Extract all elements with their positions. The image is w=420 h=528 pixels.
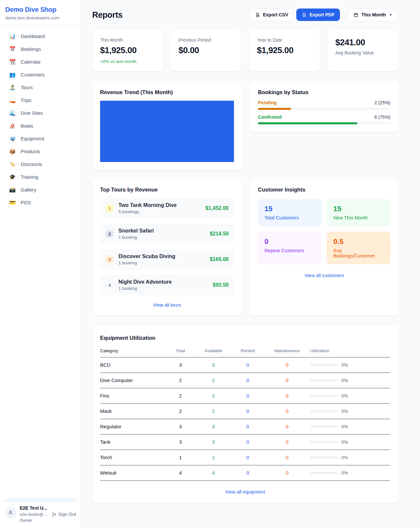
status-bar-fill-pending [258,108,291,110]
sidebar-item-equipment[interactable]: 🤿Equipment [4,132,77,145]
status-label: Confirmed [258,114,282,120]
mid-row: Top Tours by Revenue 1 Two Tank Morning … [92,179,398,315]
export-csv-button[interactable]: Export CSV [250,9,294,21]
tour-revenue: $1,452.00 [205,205,229,211]
sidebar-item-bookings[interactable]: 📅Bookings [4,43,77,55]
sidebar-item-dashboard[interactable]: 📊Dashboard [4,30,77,43]
period-select[interactable]: This Month ▼ [348,9,398,21]
equipment-rented: 0 [231,455,264,460]
sidebar-item-label: Discounts [21,161,42,167]
sidebar-item-calendar[interactable]: 📆Calendar [4,55,77,68]
credit-card-icon: 💳 [9,199,16,206]
view-all-tours-link[interactable]: View all tours [100,302,234,308]
tile-total-customers: 15 Total Customers [258,199,322,226]
document-export-icon [302,12,307,17]
document-export-icon [255,12,260,17]
bookings-by-status-title: Bookings by Status [258,89,390,95]
tile-label: Avg Bookings/Customer [333,248,384,258]
rank-badge: 2 [105,230,114,238]
utilization-bar [310,364,338,366]
tour-revenue: $93.50 [213,282,229,288]
status-bar-track [258,122,390,124]
table-row: Fins 2 2 0 0 0% [100,388,390,404]
view-all-equipment-link[interactable]: View all equipment [100,489,390,495]
tour-bookings: 1 booking [118,235,154,240]
table-row: Tank 3 3 0 0 0% [100,435,390,450]
equipment-rented: 0 [231,470,264,476]
equipment-category: Fins [100,393,166,398]
export-pdf-button[interactable]: Export PDF [296,9,340,21]
revenue-trend-chart [100,101,234,162]
sidebar-item-label: Boats [21,123,33,129]
equipment-utilization: 0% [310,362,390,368]
sidebar-item-training[interactable]: 🎓Training [4,171,77,183]
tile-label: New This Month [333,215,384,220]
sidebar-item-discounts[interactable]: 🏷️Discounts [4,158,77,171]
equipment-utilization-title: Equipment Utilization [100,335,390,341]
user-panel: E2E Test U... e2e-tester@... Sign Out Ow… [0,501,81,528]
sidebar-item-label: Dashboard [21,33,45,39]
equipment-available: 2 [195,393,231,398]
people-icon: 👥 [9,71,16,78]
column-header: Category [100,348,166,353]
status-label: Pending [258,100,277,105]
sidebar-item-dive-sites[interactable]: 🌊Dive Sites [4,107,77,119]
stat-card-previous-period: Previous Period $0.00 [171,30,241,71]
equipment-utilization: 0% [310,409,390,414]
utilization-bar [310,441,338,443]
customer-insights-card: Customer Insights 15 Total Customers 15 … [250,179,398,315]
sidebar-item-label: Equipment [21,136,44,141]
stat-label: Year to Date [257,37,312,43]
tile-value: 0.5 [333,237,384,246]
equipment-available: 3 [195,424,231,429]
tour-name: Snorkel Safari [118,228,154,234]
sidebar-item-label: Tours [21,85,33,90]
stat-label: This Month [100,37,155,43]
equipment-category: Mask [100,408,166,414]
sidebar-nav: 📊Dashboard 📅Bookings 📆Calendar 👥Customer… [0,25,81,501]
sidebar-item-label: Bookings [21,46,41,52]
sidebar-item-customers[interactable]: 👥Customers [4,68,77,81]
equipment-category: Dive Computer [100,377,166,383]
sidebar-item-pos[interactable]: 💳POS [4,196,77,209]
utilization-pct: 0% [341,378,348,383]
tile-label: Repeat Customers [264,248,315,253]
tile-value: 0 [264,237,315,246]
sidebar-item-boats[interactable]: ⛵Boats [4,119,77,132]
equipment-rented: 0 [231,362,264,368]
equipment-available: 2 [195,408,231,414]
tour-row: 1 Two Tank Morning Dive5 bookings $1,452… [100,198,234,218]
sidebar-item-trips[interactable]: 🚤Trips [4,94,77,107]
utilization-pct: 0% [341,424,348,429]
view-all-customers-link[interactable]: View all customers [258,273,390,278]
equipment-category: Wetsuit [100,470,166,476]
sidebar-item-tours[interactable]: 🏝️Tours [4,81,77,94]
revenue-trend-title: Revenue Trend (This Month) [100,89,234,95]
sign-out-button[interactable]: Sign Out [52,512,76,517]
equipment-maintenance: 0 [264,424,310,429]
tile-value: 15 [264,205,315,213]
sidebar-item-products[interactable]: 📦Products [4,145,77,158]
sidebar-item-reports-active-partial[interactable] [5,498,76,501]
equipment-category: Tank [100,439,166,445]
equipment-rented: 0 [231,439,264,445]
equipment-table: Category Total Available Rented Maintena… [100,348,390,481]
sidebar-item-label: Calendar [21,59,41,65]
bookings-by-status-card: Bookings by Status Pending 2 (25%) Confi… [250,81,398,132]
sidebar-item-label: Trips [21,97,32,103]
sidebar-item-gallery[interactable]: 📸Gallery [4,183,77,196]
utilization-bar [310,472,338,474]
top-tours-title: Top Tours by Revenue [100,187,234,193]
equipment-utilization: 0% [310,424,390,429]
utilization-bar [310,410,338,413]
equipment-maintenance: 0 [264,455,310,460]
utilization-bar [310,395,338,397]
equipment-utilization-card: Equipment Utilization Category Total Ava… [92,326,398,503]
tile-new-this-month: 15 New This Month [327,199,390,226]
rank-badge: 1 [105,204,114,213]
utilization-pct: 0% [341,439,348,445]
tour-revenue: $165.00 [210,256,229,262]
sidebar-item-label: Customers [21,72,45,77]
main-content: Reports Export CSV Export PDF This Month… [81,0,420,528]
user-role: Owner [20,518,76,523]
